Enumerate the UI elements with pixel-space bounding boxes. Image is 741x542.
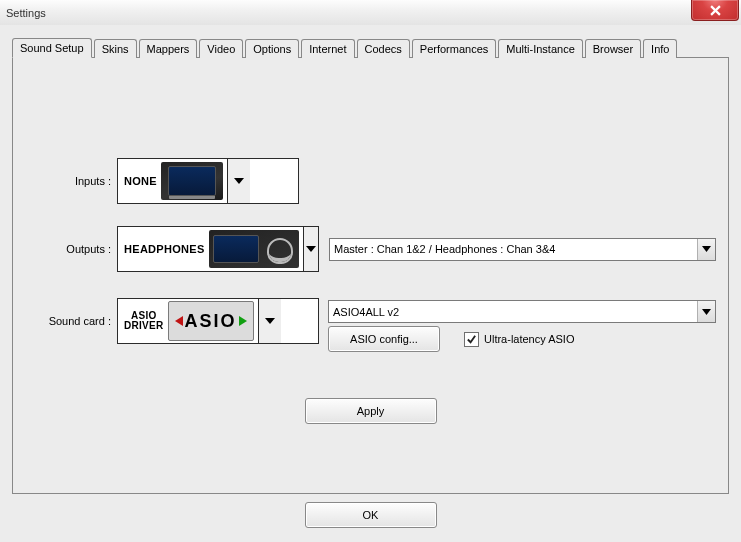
chevron-down-icon bbox=[697, 239, 715, 260]
apply-button[interactable]: Apply bbox=[305, 398, 437, 424]
window-title: Settings bbox=[6, 7, 46, 19]
tab-options[interactable]: Options bbox=[245, 39, 299, 58]
outputs-channels-text: Master : Chan 1&2 / Headphones : Chan 3&… bbox=[330, 243, 697, 255]
client-area: Sound Setup Skins Mappers Video Options … bbox=[0, 25, 741, 542]
outputs-select[interactable]: HEADPHONES bbox=[117, 226, 319, 272]
soundcard-driver-select[interactable]: ASIO4ALL v2 bbox=[328, 300, 716, 323]
row-inputs: Inputs : NONE bbox=[13, 158, 716, 204]
tab-browser[interactable]: Browser bbox=[585, 39, 641, 58]
row-outputs: Outputs : HEADPHONES Master : Chan 1&2 /… bbox=[13, 226, 716, 272]
tab-label: Codecs bbox=[365, 43, 402, 55]
inputs-selection-text: NONE bbox=[124, 175, 157, 187]
tab-internet[interactable]: Internet bbox=[301, 39, 354, 58]
soundcard-label: Sound card : bbox=[13, 315, 117, 327]
tab-label: Internet bbox=[309, 43, 346, 55]
title-bar: Settings bbox=[0, 0, 741, 26]
tab-video[interactable]: Video bbox=[199, 39, 243, 58]
close-button[interactable] bbox=[691, 0, 739, 21]
tab-label: Options bbox=[253, 43, 291, 55]
tab-label: Skins bbox=[102, 43, 129, 55]
svg-marker-3 bbox=[306, 246, 316, 252]
svg-marker-6 bbox=[702, 309, 711, 315]
ok-row: OK bbox=[0, 502, 741, 528]
tab-codecs[interactable]: Codecs bbox=[357, 39, 410, 58]
asio-config-button-label: ASIO config... bbox=[350, 333, 418, 345]
chevron-down-icon bbox=[697, 301, 715, 322]
ultra-latency-checkbox[interactable]: Ultra-latency ASIO bbox=[464, 332, 574, 347]
tab-strip: Sound Setup Skins Mappers Video Options … bbox=[12, 35, 677, 57]
apply-row: Apply bbox=[13, 398, 728, 424]
chevron-down-icon bbox=[258, 299, 281, 343]
soundcard-extra-row: ASIO config... Ultra-latency ASIO bbox=[328, 326, 716, 352]
chevron-down-icon bbox=[303, 227, 318, 271]
outputs-label: Outputs : bbox=[13, 243, 117, 255]
tab-skins[interactable]: Skins bbox=[94, 39, 137, 58]
tab-mappers[interactable]: Mappers bbox=[139, 39, 198, 58]
chevron-down-icon bbox=[227, 159, 250, 203]
soundcard-select[interactable]: ASIO DRIVER ASIO bbox=[117, 298, 319, 344]
tab-label: Multi-Instance bbox=[506, 43, 574, 55]
tab-label: Mappers bbox=[147, 43, 190, 55]
headphones-icon bbox=[209, 230, 299, 268]
ultra-latency-label: Ultra-latency ASIO bbox=[484, 333, 574, 345]
tab-label: Video bbox=[207, 43, 235, 55]
outputs-selection-text: HEADPHONES bbox=[124, 243, 205, 255]
soundcard-driver-text: ASIO4ALL v2 bbox=[329, 306, 697, 318]
ok-button-label: OK bbox=[363, 509, 379, 521]
apply-button-label: Apply bbox=[357, 405, 385, 417]
svg-marker-4 bbox=[702, 246, 711, 252]
tab-info[interactable]: Info bbox=[643, 39, 677, 58]
asio-config-button[interactable]: ASIO config... bbox=[328, 326, 440, 352]
tab-label: Sound Setup bbox=[20, 42, 84, 54]
tab-multi-instance[interactable]: Multi-Instance bbox=[498, 39, 582, 58]
tab-label: Info bbox=[651, 43, 669, 55]
close-icon bbox=[710, 5, 721, 16]
ok-button[interactable]: OK bbox=[305, 502, 437, 528]
tab-performances[interactable]: Performances bbox=[412, 39, 496, 58]
tab-sound-setup[interactable]: Sound Setup bbox=[12, 38, 92, 58]
tab-label: Browser bbox=[593, 43, 633, 55]
outputs-channels-select[interactable]: Master : Chan 1&2 / Headphones : Chan 3&… bbox=[329, 238, 716, 261]
svg-marker-2 bbox=[234, 178, 244, 184]
inputs-label: Inputs : bbox=[13, 175, 117, 187]
check-icon bbox=[466, 334, 477, 345]
inputs-select[interactable]: NONE bbox=[117, 158, 299, 204]
checkbox-box bbox=[464, 332, 479, 347]
soundcard-selection-text: ASIO DRIVER bbox=[124, 311, 164, 332]
tab-label: Performances bbox=[420, 43, 488, 55]
inputs-icon bbox=[161, 162, 223, 200]
asio-logo-icon: ASIO bbox=[168, 301, 254, 341]
svg-marker-5 bbox=[265, 318, 275, 324]
tab-page-sound-setup: Inputs : NONE Outputs : HEADPHONES bbox=[12, 57, 729, 494]
